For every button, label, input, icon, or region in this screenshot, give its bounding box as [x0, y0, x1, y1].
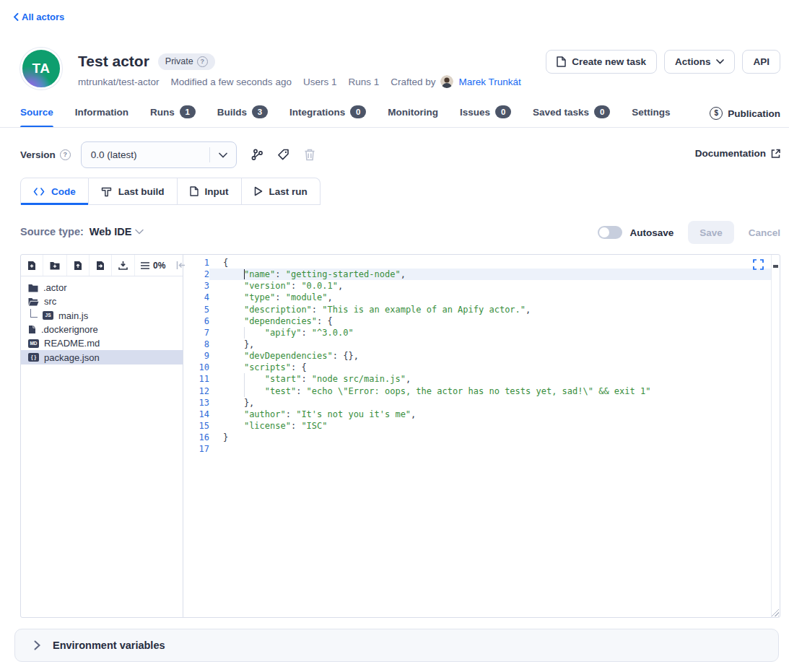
code-line[interactable]: 15 "license": "ISC" — [183, 420, 771, 432]
file-tree-item-src[interactable]: src — [21, 294, 183, 308]
version-select-value: 0.0 (latest) — [82, 149, 209, 160]
tab-monitoring[interactable]: Monitoring — [388, 105, 438, 128]
api-button[interactable]: API — [742, 50, 780, 74]
actions-dropdown-button[interactable]: Actions — [664, 50, 736, 74]
code-icon — [33, 188, 45, 196]
zoom-control[interactable]: 0% — [135, 261, 171, 271]
tab-label: Issues — [460, 107, 490, 118]
line-content: "scripts": { — [209, 362, 771, 373]
git-branch-icon[interactable] — [250, 148, 263, 162]
tab-runs[interactable]: Runs1 — [150, 105, 196, 128]
editor-scrollbar[interactable] — [771, 255, 780, 617]
code-line[interactable]: 9 "devDependencies": {}, — [183, 350, 771, 362]
actions-label: Actions — [675, 56, 711, 67]
file-tree-item-actor[interactable]: .actor — [21, 281, 183, 294]
tab-settings[interactable]: Settings — [632, 105, 670, 128]
file-tree: .actorsrcJSmain.js.dockerignoreMDREADME.… — [21, 276, 183, 365]
tab-count-badge: 0 — [495, 105, 511, 118]
line-number: 11 — [183, 373, 209, 385]
subtab-input[interactable]: Input — [178, 178, 242, 205]
code-line[interactable]: 5 "description": "This is an example of … — [183, 304, 771, 315]
tab-issues[interactable]: Issues0 — [460, 105, 511, 128]
delete-version-icon — [303, 148, 316, 162]
subtab-last-run[interactable]: Last run — [242, 178, 321, 205]
api-label: API — [753, 56, 770, 67]
line-number: 16 — [183, 432, 209, 443]
code-line[interactable]: 1{ — [183, 257, 771, 269]
title-row: Test actor Private ? — [78, 53, 215, 70]
version-select[interactable]: 0.0 (latest) — [81, 141, 237, 168]
indent-guide — [244, 373, 245, 385]
scrollbar-thumb[interactable] — [773, 265, 778, 268]
file-tree-item-package-json[interactable]: { }package.json — [21, 350, 183, 364]
file-tree-item-dockerignore[interactable]: .dockerignore — [21, 323, 183, 336]
code-line[interactable]: 13 }, — [183, 397, 771, 409]
tab-label: Saved tasks — [533, 107, 589, 118]
code-line[interactable]: 6 "dependencies": { — [183, 315, 771, 327]
code-line[interactable]: 3 "version": "0.0.1", — [183, 280, 771, 292]
add-folder-button[interactable] — [43, 255, 67, 276]
code-line[interactable]: 10 "scripts": { — [183, 362, 771, 373]
autosave-toggle[interactable] — [598, 226, 622, 239]
code-line[interactable]: 12 "test": "echo \"Error: oops, the acto… — [183, 385, 771, 397]
code-editor[interactable]: 1{2 "name": "getting-started-node",3 "ve… — [183, 255, 780, 617]
save-button[interactable]: Save — [688, 221, 734, 244]
code-line[interactable]: 17 — [183, 443, 771, 455]
add-file-button[interactable] — [21, 255, 43, 276]
actor-avatar: TA — [20, 48, 62, 90]
line-content: "author": "It's not you it's me", — [209, 409, 771, 420]
indent-guide — [244, 327, 245, 339]
tab-publication[interactable]: $ Publication — [710, 107, 780, 120]
chevron-down-icon — [210, 152, 236, 158]
text-cursor — [244, 269, 245, 279]
tab-integrations[interactable]: Integrations0 — [289, 105, 366, 128]
author-link[interactable]: Marek Trunkát — [458, 77, 520, 87]
download-button[interactable] — [112, 255, 135, 276]
version-help-icon[interactable]: ? — [60, 149, 71, 160]
environment-variables-section[interactable]: Environment variables — [14, 629, 779, 662]
source-type-value: Web IDE — [90, 226, 132, 237]
tab-saved-tasks[interactable]: Saved tasks0 — [533, 105, 610, 128]
subtab-code[interactable]: Code — [20, 178, 89, 205]
move-file-button[interactable] — [90, 255, 112, 276]
cancel-button[interactable]: Cancel — [749, 227, 780, 238]
tab-label: Monitoring — [388, 107, 438, 118]
code-line[interactable]: 16} — [183, 432, 771, 443]
breadcrumb-all-actors[interactable]: All actors — [13, 12, 64, 22]
fullscreen-icon[interactable] — [753, 259, 764, 270]
line-number: 10 — [183, 362, 209, 373]
create-new-task-button[interactable]: Create new task — [546, 50, 657, 74]
subtab-last-build[interactable]: Last build — [89, 178, 178, 205]
author-avatar — [440, 75, 453, 88]
file-tree-item-main-js[interactable]: JSmain.js — [21, 309, 183, 323]
actor-path: mtrunkat/test-actor — [78, 77, 160, 87]
code-line[interactable]: 14 "author": "It's not you it's me", — [183, 409, 771, 420]
upload-file-button[interactable] — [67, 255, 90, 276]
file-panel: 0% .actorsrcJSmain.js.dockerignoreMDREAD… — [21, 255, 183, 617]
source-type-select[interactable]: Web IDE — [90, 226, 144, 237]
code-line[interactable]: 11 "start": "node src/main.js", — [183, 373, 771, 385]
tab-count-badge: 0 — [350, 105, 366, 118]
line-number: 15 — [183, 420, 209, 432]
tab-source[interactable]: Source — [20, 105, 53, 128]
code-line[interactable]: 7 "apify": "^3.0.0" — [183, 327, 771, 339]
code-line[interactable]: 8 }, — [183, 339, 771, 350]
js-file-icon: JS — [43, 311, 53, 320]
tabs-divider — [0, 127, 789, 128]
tab-information[interactable]: Information — [75, 105, 128, 128]
version-row: Version ? 0.0 (latest) — [20, 141, 316, 168]
tab-builds[interactable]: Builds3 — [217, 105, 268, 128]
avatar-initials: TA — [32, 61, 51, 77]
line-number: 1 — [183, 257, 209, 269]
file-tree-item-README-md[interactable]: MDREADME.md — [21, 336, 183, 350]
tag-icon[interactable] — [276, 148, 290, 162]
web-ide: 0% .actorsrcJSmain.js.dockerignoreMDREAD… — [20, 254, 780, 618]
code-line[interactable]: 2 "name": "getting-started-node", — [183, 269, 771, 280]
code-line[interactable]: 4 "type": "module", — [183, 292, 771, 303]
help-icon[interactable]: ? — [197, 56, 208, 67]
file-name: package.json — [44, 352, 100, 363]
documentation-link[interactable]: Documentation — [695, 148, 780, 159]
version-label-wrap: Version ? — [20, 149, 71, 160]
file-name: README.md — [44, 338, 100, 349]
line-content: "name": "getting-started-node", — [209, 269, 771, 280]
